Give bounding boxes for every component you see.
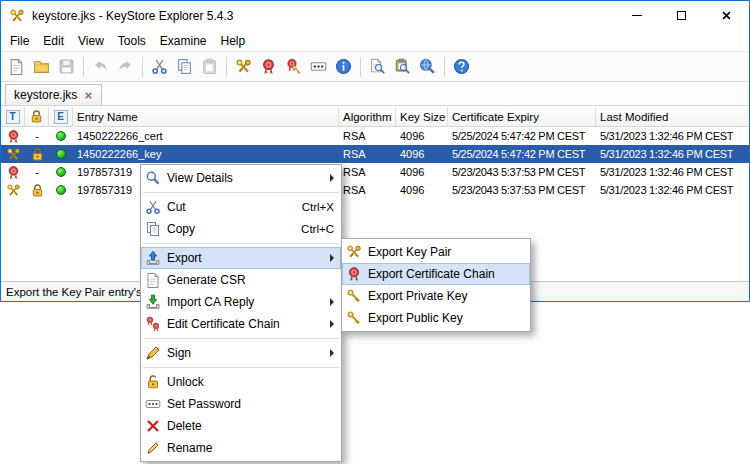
menu-item-export-certificate-chain[interactable]: Export Certificate Chain xyxy=(342,263,530,285)
menu-file[interactable]: File xyxy=(3,32,36,50)
header-expiry[interactable]: E xyxy=(49,107,73,126)
export-submenu: Export Key Pair Export Certificate Chain… xyxy=(341,238,531,332)
menu-examine[interactable]: Examine xyxy=(153,32,214,50)
menu-item-export[interactable]: Export xyxy=(141,247,341,269)
minimize-icon xyxy=(632,15,642,16)
menu-item-generate-csr[interactable]: Generate CSR xyxy=(141,269,341,291)
menu-item-delete[interactable]: Delete xyxy=(141,415,341,437)
lock-status-cell xyxy=(25,147,49,162)
toolbar xyxy=(1,51,749,82)
cell-key-size: 4096 xyxy=(396,130,448,142)
menu-item-copy[interactable]: Copy Ctrl+C xyxy=(141,218,341,240)
menu-edit[interactable]: Edit xyxy=(36,32,71,50)
table-row[interactable]: - 1450222266_cert RSA 4096 5/25/2024 5:4… xyxy=(1,127,749,145)
expiry-status-cell xyxy=(49,185,73,195)
minimize-button[interactable] xyxy=(614,1,659,30)
redo-arrow-icon xyxy=(117,58,134,75)
import-key-pair-button[interactable] xyxy=(281,54,306,79)
expiry-status-cell xyxy=(49,149,73,159)
header-last-modified[interactable]: Last Modified xyxy=(596,107,749,126)
scissors-icon xyxy=(145,199,161,215)
unlock-icon xyxy=(145,374,161,390)
certificate-key-icon xyxy=(285,58,302,75)
toolbar-separator xyxy=(444,57,445,77)
cell-entry-name: 1450222266_key xyxy=(73,148,339,160)
entry-type-cell xyxy=(1,165,25,180)
import-trusted-certificate-button[interactable] xyxy=(256,54,281,79)
cell-last-modified: 5/31/2023 1:32:46 PM CEST xyxy=(596,148,749,160)
menu-item-sign[interactable]: Sign xyxy=(141,342,341,364)
desktop: keystore.jks - KeyStore Explorer 5.4.3 F… xyxy=(0,0,750,464)
examine-clipboard-button[interactable] xyxy=(390,54,415,79)
menu-item-rename[interactable]: Rename xyxy=(141,437,341,459)
toolbar-separator xyxy=(83,57,84,77)
header-key-size[interactable]: Key Size xyxy=(396,107,448,126)
certificate-icon xyxy=(6,165,21,180)
menu-tools[interactable]: Tools xyxy=(111,32,153,50)
cell-last-modified: 5/31/2023 1:32:46 PM CEST xyxy=(596,166,749,178)
cell-certificate-expiry: 5/25/2024 5:47:42 PM CEST xyxy=(448,130,596,142)
menu-separator xyxy=(143,192,339,193)
menu-help[interactable]: Help xyxy=(214,32,253,50)
copy-button[interactable] xyxy=(172,54,197,79)
magnifier-globe-icon xyxy=(419,58,436,75)
menu-separator xyxy=(143,338,339,339)
set-password-button[interactable] xyxy=(306,54,331,79)
header-algorithm[interactable]: Algorithm xyxy=(339,107,396,126)
header-lock[interactable] xyxy=(25,107,49,126)
new-keystore-button[interactable] xyxy=(4,54,29,79)
tab-close-icon[interactable] xyxy=(84,91,93,100)
save-keystore-button[interactable] xyxy=(54,54,79,79)
password-icon xyxy=(310,58,327,75)
table-row[interactable]: - 197857319 RSA 4096 5/23/2043 5:37:53 P… xyxy=(1,163,749,181)
menu-item-edit-certificate-chain[interactable]: Edit Certificate Chain xyxy=(141,313,341,335)
cell-algorithm: RSA xyxy=(339,130,396,142)
export-icon xyxy=(145,250,161,266)
status-ok-icon xyxy=(56,131,66,141)
menu-item-set-password[interactable]: Set Password xyxy=(141,393,341,415)
help-button[interactable] xyxy=(449,54,474,79)
examine-file-button[interactable] xyxy=(365,54,390,79)
close-button[interactable] xyxy=(704,1,749,30)
help-icon xyxy=(453,58,470,75)
menu-item-export-public-key[interactable]: Export Public Key xyxy=(342,307,530,329)
submenu-arrow-icon xyxy=(330,254,334,262)
menu-item-unlock[interactable]: Unlock xyxy=(141,371,341,393)
key-icon xyxy=(346,310,362,326)
menu-separator xyxy=(143,243,339,244)
generate-key-pair-button[interactable] xyxy=(231,54,256,79)
menu-view[interactable]: View xyxy=(71,32,111,50)
menu-item-cut[interactable]: Cut Ctrl+X xyxy=(141,196,341,218)
menu-item-view-details[interactable]: View Details xyxy=(141,167,341,189)
close-icon xyxy=(721,10,732,21)
paste-button[interactable] xyxy=(197,54,222,79)
examine-ssl-button[interactable] xyxy=(415,54,440,79)
table-row-selected[interactable]: 1450222266_key RSA 4096 5/25/2024 5:47:4… xyxy=(1,145,749,163)
submenu-arrow-icon xyxy=(330,320,334,328)
folder-icon xyxy=(33,58,50,75)
undo-button[interactable] xyxy=(88,54,113,79)
cell-last-modified: 5/31/2023 1:32:46 PM CEST xyxy=(596,130,749,142)
titlebar[interactable]: keystore.jks - KeyStore Explorer 5.4.3 xyxy=(1,1,749,30)
redo-button[interactable] xyxy=(113,54,138,79)
tab-keystore-jks[interactable]: keystore.jks xyxy=(5,84,102,105)
open-keystore-button[interactable] xyxy=(29,54,54,79)
magnifier-document-icon xyxy=(369,58,386,75)
properties-button[interactable] xyxy=(331,54,356,79)
certificate-icon xyxy=(6,129,21,144)
cell-certificate-expiry: 5/23/2043 5:37:53 PM CEST xyxy=(448,184,596,196)
menu-item-export-private-key[interactable]: Export Private Key xyxy=(342,285,530,307)
header-certificate-expiry[interactable]: Certificate Expiry xyxy=(448,107,596,126)
menu-item-export-key-pair[interactable]: Export Key Pair xyxy=(342,241,530,263)
status-ok-icon xyxy=(56,167,66,177)
status-text: Export the Key Pair entry's ce xyxy=(6,286,157,298)
maximize-button[interactable] xyxy=(659,1,704,30)
header-type[interactable]: T xyxy=(1,107,25,126)
cell-algorithm: RSA xyxy=(339,166,396,178)
expiry-status-cell xyxy=(49,131,73,141)
header-entry-name[interactable]: Entry Name xyxy=(73,107,339,126)
menu-item-import-ca-reply[interactable]: Import CA Reply xyxy=(141,291,341,313)
rename-icon xyxy=(145,440,161,456)
table-row[interactable]: 197857319 RSA 4096 5/23/2043 5:37:53 PM … xyxy=(1,181,749,199)
cut-button[interactable] xyxy=(147,54,172,79)
